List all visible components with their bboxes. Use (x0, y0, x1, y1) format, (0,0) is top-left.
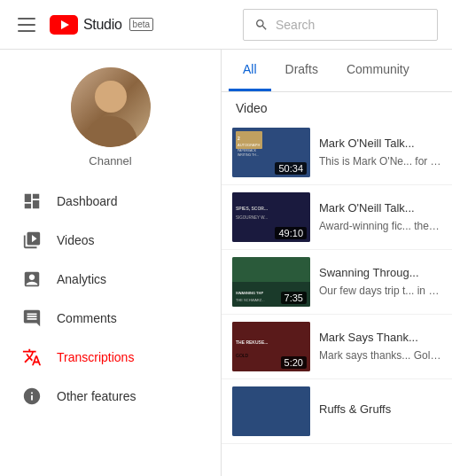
video-item[interactable]: SPIES, SCOR... SIGOURNEY W... 49:10 Mark… (222, 185, 452, 250)
svg-text:PAPERBACK: PAPERBACK (238, 149, 257, 152)
search-placeholder: Search (276, 18, 315, 32)
video-title: Mark O'Neill Talk... (319, 137, 441, 152)
video-duration: 50:34 (275, 162, 307, 175)
svg-text:AUTOGRAPH: AUTOGRAPH (238, 143, 260, 147)
video-title: Mark Says Thank... (319, 331, 441, 346)
videos-icon (21, 230, 43, 251)
studio-label: Studio (83, 17, 122, 33)
header-left: Studio beta (14, 14, 153, 35)
video-info: Mark O'Neill Talk... This is Mark O'Ne..… (319, 137, 441, 168)
sidebar: Channel Dashboard Videos An (0, 50, 222, 476)
youtube-icon (50, 15, 78, 35)
nav-items: Dashboard Videos Analytics (0, 182, 221, 416)
sidebar-item-analytics[interactable]: Analytics (0, 260, 221, 299)
sidebar-item-dashboard[interactable]: Dashboard (0, 182, 221, 221)
video-description: Award-winning fic... the Department 89..… (319, 220, 441, 234)
beta-badge: beta (129, 18, 153, 31)
svg-text:WRITING TH...: WRITING TH... (238, 153, 259, 157)
svg-text:THE SCHWARZ...: THE SCHWARZ... (236, 298, 265, 302)
svg-rect-18 (232, 386, 310, 436)
video-thumbnail (232, 386, 310, 436)
video-description: Mark says thanks... Gold" winning the... (319, 349, 441, 363)
sidebar-item-comments-label: Comments (57, 311, 117, 325)
layout: Channel Dashboard Videos An (0, 50, 452, 476)
video-item[interactable]: SWANNING THP THE SCHWARZ... 7:35 Swannin… (222, 250, 452, 315)
svg-text:2: 2 (238, 136, 240, 141)
svg-text:SWANNING THP: SWANNING THP (236, 291, 263, 295)
video-thumbnail: SWANNING THP THE SCHWARZ... 7:35 (232, 257, 310, 307)
video-duration: 7:35 (281, 292, 307, 304)
tab-all[interactable]: All (229, 50, 271, 91)
logo-area: Studio beta (50, 15, 153, 35)
sidebar-item-other-label: Other features (57, 389, 136, 403)
video-title: Mark O'Neill Talk... (319, 201, 441, 216)
avatar (71, 67, 151, 147)
video-duration: 49:10 (275, 227, 307, 239)
tab-community[interactable]: Community (332, 50, 424, 91)
sidebar-item-videos-label: Videos (57, 233, 95, 247)
analytics-icon (21, 269, 43, 290)
video-thumbnail: THE REKUSE... GOLD 5:20 (232, 322, 310, 371)
avatar-container (71, 67, 151, 147)
video-title: Swanning Throug... (319, 266, 441, 281)
youtube-logo (50, 15, 78, 35)
section-header: Video (222, 92, 452, 121)
video-info: Mark Says Thank... Mark says thanks... G… (319, 331, 441, 363)
search-icon (254, 18, 269, 32)
sidebar-item-dashboard-label: Dashboard (57, 194, 118, 208)
sidebar-item-transcriptions[interactable]: Transcriptions (0, 338, 221, 377)
video-title: Ruffs & Gruffs (319, 402, 441, 417)
sidebar-item-analytics-label: Analytics (57, 272, 106, 286)
video-description: Our few days trip t... in Germany in Oct… (319, 285, 441, 299)
video-info: Ruffs & Gruffs (319, 402, 441, 421)
sidebar-item-other[interactable]: Other features (0, 377, 221, 416)
svg-text:GOLD: GOLD (236, 353, 249, 358)
main-content: All Drafts Community Video 2 AUTOGRAPH P… (222, 50, 452, 476)
dashboard-icon (21, 191, 43, 212)
video-thumbnail: 2 AUTOGRAPH PAPERBACK WRITING TH... 50:3… (232, 128, 310, 177)
tabs-bar: All Drafts Community (222, 50, 452, 92)
thumbnail-image (232, 386, 310, 436)
video-info: Swanning Throug... Our few days trip t..… (319, 266, 441, 298)
sidebar-item-comments[interactable]: Comments (0, 299, 221, 338)
sidebar-item-videos[interactable]: Videos (0, 221, 221, 260)
video-info: Mark O'Neill Talk... Award-winning fic..… (319, 201, 441, 233)
menu-button[interactable] (14, 14, 39, 35)
video-thumbnail: SPIES, SCOR... SIGOURNEY W... 49:10 (232, 192, 310, 242)
svg-text:THE REKUSE...: THE REKUSE... (236, 339, 269, 345)
video-item[interactable]: 2 AUTOGRAPH PAPERBACK WRITING TH... 50:3… (222, 121, 452, 185)
video-description: This is Mark O'Ne... for YouTube. Apo... (319, 155, 441, 169)
comments-icon (21, 308, 43, 329)
svg-text:SPIES, SCOR...: SPIES, SCOR... (236, 206, 269, 211)
header: Studio beta Search (0, 0, 452, 50)
video-item[interactable]: Ruffs & Gruffs (222, 379, 452, 444)
avatar-image (71, 67, 151, 147)
transcriptions-icon (21, 347, 43, 368)
svg-text:SIGOURNEY W...: SIGOURNEY W... (236, 215, 268, 220)
channel-label: Channel (89, 154, 131, 168)
sidebar-item-transcriptions-label: Transcriptions (57, 350, 134, 364)
video-item[interactable]: THE REKUSE... GOLD 5:20 Mark Says Thank.… (222, 315, 452, 379)
video-list: 2 AUTOGRAPH PAPERBACK WRITING TH... 50:3… (222, 121, 452, 444)
tab-drafts[interactable]: Drafts (271, 50, 332, 91)
video-duration: 5:20 (281, 356, 307, 369)
search-bar[interactable]: Search (243, 9, 438, 41)
other-features-icon (21, 386, 43, 407)
